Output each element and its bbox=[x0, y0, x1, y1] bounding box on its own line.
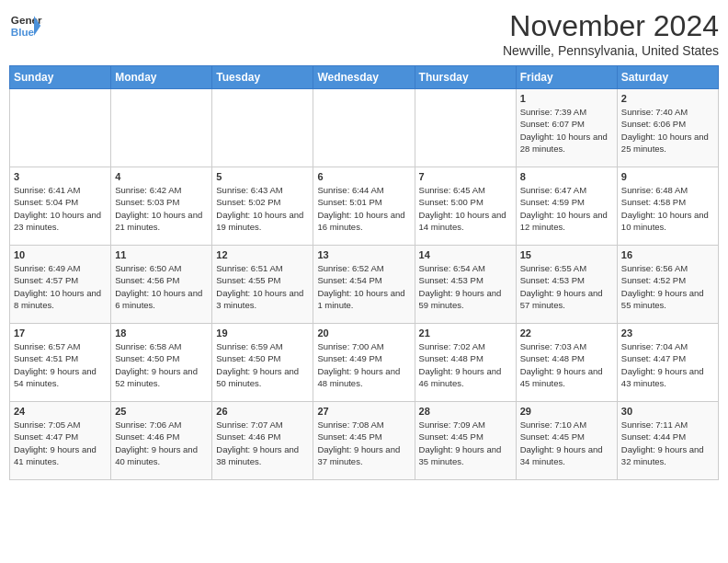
day-info: Sunrise: 7:05 AM Sunset: 4:47 PM Dayligh… bbox=[14, 419, 107, 467]
calendar-cell: 27Sunrise: 7:08 AM Sunset: 4:45 PM Dayli… bbox=[313, 402, 415, 480]
day-number: 3 bbox=[14, 171, 107, 182]
day-info: Sunrise: 7:08 AM Sunset: 4:45 PM Dayligh… bbox=[317, 419, 410, 467]
calendar-table: SundayMondayTuesdayWednesdayThursdayFrid… bbox=[9, 65, 719, 480]
day-number: 24 bbox=[14, 406, 107, 417]
calendar-cell: 12Sunrise: 6:51 AM Sunset: 4:55 PM Dayli… bbox=[212, 246, 313, 324]
calendar-cell bbox=[313, 89, 415, 167]
day-number: 1 bbox=[520, 93, 613, 104]
day-number: 25 bbox=[115, 406, 208, 417]
day-info: Sunrise: 7:40 AM Sunset: 6:06 PM Dayligh… bbox=[621, 106, 714, 155]
calendar-week: 10Sunrise: 6:49 AM Sunset: 4:57 PM Dayli… bbox=[10, 246, 719, 324]
day-header: Thursday bbox=[415, 66, 516, 89]
calendar-cell: 6Sunrise: 6:44 AM Sunset: 5:01 PM Daylig… bbox=[313, 167, 415, 246]
day-info: Sunrise: 7:11 AM Sunset: 4:44 PM Dayligh… bbox=[621, 419, 714, 467]
calendar-cell: 24Sunrise: 7:05 AM Sunset: 4:47 PM Dayli… bbox=[10, 402, 111, 480]
day-number: 2 bbox=[621, 93, 714, 104]
day-header: Monday bbox=[111, 66, 212, 89]
day-header: Saturday bbox=[617, 66, 718, 89]
calendar-cell: 16Sunrise: 6:56 AM Sunset: 4:52 PM Dayli… bbox=[617, 246, 718, 324]
day-number: 8 bbox=[520, 171, 613, 182]
day-number: 27 bbox=[317, 406, 410, 417]
day-number: 9 bbox=[621, 171, 714, 182]
day-info: Sunrise: 6:44 AM Sunset: 5:01 PM Dayligh… bbox=[317, 184, 410, 233]
calendar-cell bbox=[415, 89, 516, 167]
calendar-header: SundayMondayTuesdayWednesdayThursdayFrid… bbox=[10, 66, 719, 89]
day-number: 13 bbox=[317, 249, 410, 260]
calendar-cell: 18Sunrise: 6:58 AM Sunset: 4:50 PM Dayli… bbox=[111, 324, 212, 402]
day-info: Sunrise: 6:52 AM Sunset: 4:54 PM Dayligh… bbox=[317, 262, 410, 311]
day-info: Sunrise: 6:56 AM Sunset: 4:52 PM Dayligh… bbox=[621, 262, 714, 311]
calendar-cell: 14Sunrise: 6:54 AM Sunset: 4:53 PM Dayli… bbox=[415, 246, 516, 324]
day-number: 16 bbox=[621, 249, 714, 260]
day-info: Sunrise: 6:43 AM Sunset: 5:02 PM Dayligh… bbox=[216, 184, 309, 233]
day-info: Sunrise: 7:03 AM Sunset: 4:48 PM Dayligh… bbox=[520, 340, 613, 389]
calendar-cell bbox=[212, 89, 313, 167]
logo-icon: General Blue bbox=[9, 9, 42, 42]
calendar-cell: 19Sunrise: 6:59 AM Sunset: 4:50 PM Dayli… bbox=[212, 324, 313, 402]
day-number: 7 bbox=[419, 171, 512, 182]
day-header: Wednesday bbox=[313, 66, 415, 89]
day-number: 17 bbox=[14, 327, 107, 339]
calendar-cell: 22Sunrise: 7:03 AM Sunset: 4:48 PM Dayli… bbox=[516, 324, 617, 402]
calendar-week: 17Sunrise: 6:57 AM Sunset: 4:51 PM Dayli… bbox=[10, 324, 719, 402]
calendar-cell: 11Sunrise: 6:50 AM Sunset: 4:56 PM Dayli… bbox=[111, 246, 212, 324]
day-header: Friday bbox=[516, 66, 617, 89]
day-info: Sunrise: 7:06 AM Sunset: 4:46 PM Dayligh… bbox=[115, 419, 208, 467]
day-number: 14 bbox=[419, 249, 512, 260]
day-info: Sunrise: 6:47 AM Sunset: 4:59 PM Dayligh… bbox=[520, 184, 613, 233]
calendar-cell: 13Sunrise: 6:52 AM Sunset: 4:54 PM Dayli… bbox=[313, 246, 415, 324]
logo: General Blue bbox=[9, 9, 42, 42]
day-number: 29 bbox=[520, 406, 613, 417]
calendar-cell: 28Sunrise: 7:09 AM Sunset: 4:45 PM Dayli… bbox=[415, 402, 516, 480]
calendar-body: 1Sunrise: 7:39 AM Sunset: 6:07 PM Daylig… bbox=[10, 89, 719, 480]
calendar-cell: 9Sunrise: 6:48 AM Sunset: 4:58 PM Daylig… bbox=[617, 167, 718, 246]
day-number: 19 bbox=[216, 327, 309, 339]
day-number: 23 bbox=[621, 327, 714, 339]
day-info: Sunrise: 6:45 AM Sunset: 5:00 PM Dayligh… bbox=[419, 184, 512, 233]
day-info: Sunrise: 7:10 AM Sunset: 4:45 PM Dayligh… bbox=[520, 419, 613, 467]
location: Newville, Pennsylvania, United States bbox=[503, 43, 719, 58]
day-info: Sunrise: 6:55 AM Sunset: 4:53 PM Dayligh… bbox=[520, 262, 613, 311]
calendar-cell bbox=[10, 89, 111, 167]
day-number: 21 bbox=[419, 327, 512, 339]
calendar-week: 1Sunrise: 7:39 AM Sunset: 6:07 PM Daylig… bbox=[10, 89, 719, 167]
calendar-cell: 5Sunrise: 6:43 AM Sunset: 5:02 PM Daylig… bbox=[212, 167, 313, 246]
day-info: Sunrise: 6:58 AM Sunset: 4:50 PM Dayligh… bbox=[115, 340, 208, 389]
page-header: General Blue November 2024 Newville, Pen… bbox=[9, 9, 719, 58]
day-info: Sunrise: 7:00 AM Sunset: 4:49 PM Dayligh… bbox=[317, 340, 410, 389]
day-info: Sunrise: 7:39 AM Sunset: 6:07 PM Dayligh… bbox=[520, 106, 613, 155]
calendar-cell: 1Sunrise: 7:39 AM Sunset: 6:07 PM Daylig… bbox=[516, 89, 617, 167]
day-info: Sunrise: 6:51 AM Sunset: 4:55 PM Dayligh… bbox=[216, 262, 309, 311]
day-info: Sunrise: 6:41 AM Sunset: 5:04 PM Dayligh… bbox=[14, 184, 107, 233]
calendar-cell: 15Sunrise: 6:55 AM Sunset: 4:53 PM Dayli… bbox=[516, 246, 617, 324]
calendar-cell: 8Sunrise: 6:47 AM Sunset: 4:59 PM Daylig… bbox=[516, 167, 617, 246]
title-block: November 2024 Newville, Pennsylvania, Un… bbox=[503, 9, 719, 58]
calendar-cell: 25Sunrise: 7:06 AM Sunset: 4:46 PM Dayli… bbox=[111, 402, 212, 480]
calendar-cell: 7Sunrise: 6:45 AM Sunset: 5:00 PM Daylig… bbox=[415, 167, 516, 246]
calendar-cell: 23Sunrise: 7:04 AM Sunset: 4:47 PM Dayli… bbox=[617, 324, 718, 402]
calendar-cell: 17Sunrise: 6:57 AM Sunset: 4:51 PM Dayli… bbox=[10, 324, 111, 402]
day-header: Tuesday bbox=[212, 66, 313, 89]
day-number: 4 bbox=[115, 171, 208, 182]
day-number: 26 bbox=[216, 406, 309, 417]
day-info: Sunrise: 6:42 AM Sunset: 5:03 PM Dayligh… bbox=[115, 184, 208, 233]
day-info: Sunrise: 6:49 AM Sunset: 4:57 PM Dayligh… bbox=[14, 262, 107, 311]
calendar-cell: 3Sunrise: 6:41 AM Sunset: 5:04 PM Daylig… bbox=[10, 167, 111, 246]
calendar-cell: 4Sunrise: 6:42 AM Sunset: 5:03 PM Daylig… bbox=[111, 167, 212, 246]
day-info: Sunrise: 7:02 AM Sunset: 4:48 PM Dayligh… bbox=[419, 340, 512, 389]
day-number: 28 bbox=[419, 406, 512, 417]
day-number: 15 bbox=[520, 249, 613, 260]
month-title: November 2024 bbox=[503, 9, 719, 43]
day-info: Sunrise: 7:09 AM Sunset: 4:45 PM Dayligh… bbox=[419, 419, 512, 467]
day-number: 18 bbox=[115, 327, 208, 339]
day-info: Sunrise: 6:50 AM Sunset: 4:56 PM Dayligh… bbox=[115, 262, 208, 311]
day-info: Sunrise: 6:57 AM Sunset: 4:51 PM Dayligh… bbox=[14, 340, 107, 389]
calendar-cell: 26Sunrise: 7:07 AM Sunset: 4:46 PM Dayli… bbox=[212, 402, 313, 480]
day-number: 12 bbox=[216, 249, 309, 260]
calendar-cell bbox=[111, 89, 212, 167]
calendar-cell: 10Sunrise: 6:49 AM Sunset: 4:57 PM Dayli… bbox=[10, 246, 111, 324]
day-number: 30 bbox=[621, 406, 714, 417]
day-number: 22 bbox=[520, 327, 613, 339]
calendar-week: 3Sunrise: 6:41 AM Sunset: 5:04 PM Daylig… bbox=[10, 167, 719, 246]
day-number: 11 bbox=[115, 249, 208, 260]
